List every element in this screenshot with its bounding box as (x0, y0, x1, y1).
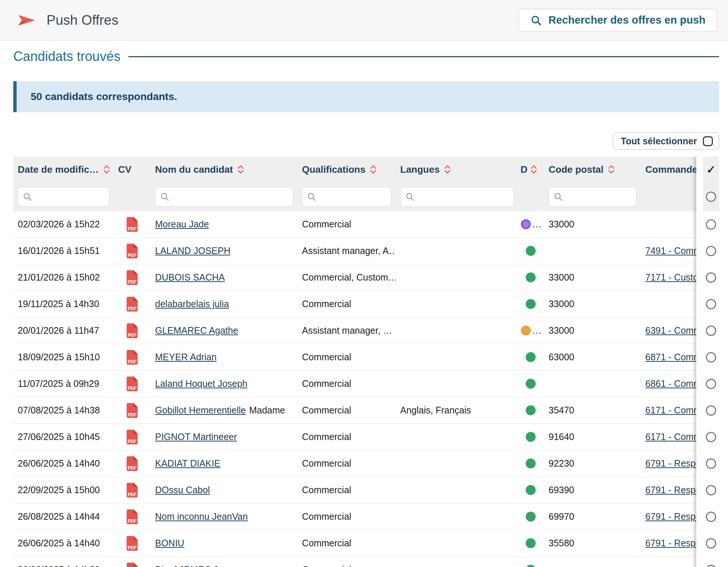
table-row: 02/03/2026 à 15h22 PDF Moreau Jade Comme… (13, 211, 719, 238)
cell-name: KADIAT DIAKIE (151, 450, 298, 477)
select-all-button[interactable]: Tout sélectionner (613, 132, 719, 150)
cell-availability (518, 504, 544, 530)
row-checkbox[interactable] (706, 326, 716, 336)
pdf-file-icon[interactable]: PDF (126, 535, 139, 551)
pdf-file-icon[interactable]: PDF (126, 376, 139, 392)
row-checkbox[interactable] (706, 538, 716, 549)
candidate-name-link[interactable]: Diouf JRMRS Jean (155, 564, 234, 567)
pdf-file-icon[interactable]: PDF (126, 562, 139, 567)
col-header-availability[interactable]: D (518, 157, 544, 182)
cell-select (703, 397, 719, 424)
vertical-scrollbar[interactable] (696, 157, 703, 567)
order-link[interactable]: 6791 - Respo (645, 538, 696, 549)
col-header-postal-code[interactable]: Code postal (544, 157, 641, 182)
row-checkbox[interactable] (706, 272, 716, 283)
svg-text:PDF: PDF (128, 226, 137, 231)
cell-languages (396, 530, 518, 557)
candidate-name-link[interactable]: GLEMAREC Agathe (155, 325, 238, 336)
candidate-name-link[interactable]: Laland Hoquet Joseph (155, 378, 247, 389)
cell-cv: PDF (114, 317, 151, 344)
search-offers-button[interactable]: Rechercher des offres en push (519, 9, 717, 32)
candidate-name-link[interactable]: MEYER Adrian (155, 352, 217, 362)
availability-status-dot (526, 565, 536, 567)
order-link[interactable]: 6171 - Comm (645, 432, 696, 442)
col-header-select: ✓ (703, 157, 719, 182)
order-link[interactable]: 7171 - Custo (645, 272, 696, 283)
col-header-name[interactable]: Nom du candidat (151, 157, 298, 182)
order-link[interactable]: 6871 - Comm (645, 352, 696, 362)
results-banner: 50 candidats correspondants. (13, 81, 719, 112)
cell-order: 6791 - Respo (641, 530, 696, 557)
pdf-file-icon[interactable]: PDF (126, 509, 139, 525)
date-filter-input[interactable] (35, 191, 104, 202)
cell-select (703, 291, 719, 317)
candidate-name-link[interactable]: Gobillot Hemerentielle (155, 405, 246, 416)
row-checkbox[interactable] (706, 299, 716, 309)
cell-select (703, 530, 719, 557)
row-checkbox[interactable] (706, 246, 716, 256)
pdf-file-icon[interactable]: PDF (126, 402, 139, 419)
pdf-file-icon[interactable]: PDF (126, 482, 139, 498)
languages-filter-input[interactable] (418, 191, 509, 202)
col-header-cv-label: CV (118, 164, 131, 175)
row-checkbox[interactable] (706, 565, 716, 567)
postal-code-filter-input[interactable] (566, 191, 632, 202)
order-link[interactable]: 6791 - Respo (645, 458, 696, 469)
postal-code-text: 35580 (549, 538, 574, 549)
order-link[interactable]: 6391 - Comm (645, 325, 696, 336)
row-checkbox[interactable] (706, 219, 716, 230)
candidate-name-link[interactable]: Nom inconnu JeanVan (155, 511, 248, 522)
pdf-file-icon[interactable]: PDF (126, 216, 139, 233)
candidate-name-link[interactable]: Moreau Jade (155, 219, 209, 230)
pdf-file-icon[interactable]: PDF (126, 269, 139, 286)
cell-order: 6791 - Respo (641, 504, 696, 530)
row-checkbox[interactable] (706, 485, 716, 495)
qualifications-filter-input[interactable] (319, 191, 387, 202)
col-header-qualifications[interactable]: Qualifications (298, 157, 396, 182)
cell-languages (396, 264, 518, 291)
candidate-name-link[interactable]: BONIU (155, 538, 184, 549)
cell-postal-code (544, 371, 641, 397)
col-header-date[interactable]: Date de modific… (13, 157, 114, 182)
qualifications-text: Commercial (302, 219, 351, 230)
cell-order (641, 291, 696, 317)
col-header-qualifications-label: Qualifications (302, 164, 365, 175)
pdf-file-icon[interactable]: PDF (126, 296, 139, 312)
pdf-file-icon[interactable]: PDF (126, 323, 139, 339)
row-checkbox[interactable] (706, 432, 716, 442)
cell-name: Moreau Jade (151, 211, 298, 238)
row-checkbox[interactable] (706, 352, 716, 362)
pdf-file-icon[interactable]: PDF (126, 429, 139, 445)
row-checkbox[interactable] (706, 405, 716, 416)
pdf-file-icon[interactable]: PDF (126, 349, 139, 365)
cell-select (703, 477, 719, 504)
row-checkbox[interactable] (706, 458, 716, 469)
candidate-name-link[interactable]: delabarbelais julia (155, 299, 229, 309)
cell-availability (518, 424, 544, 450)
cell-name: Laland Hoquet Joseph (151, 371, 298, 397)
order-link[interactable]: 7491 - Comm (645, 245, 696, 256)
candidate-name-link[interactable]: DOssu Cabol (155, 485, 210, 495)
order-link[interactable]: 6791 - Respo (645, 485, 696, 495)
pdf-file-icon[interactable]: PDF (126, 456, 139, 472)
cell-date: 26/06/2025 à 14h30 (13, 557, 114, 567)
candidate-name-link[interactable]: DUBOIS SACHA (155, 272, 225, 283)
pdf-file-icon[interactable]: PDF (126, 243, 139, 259)
cell-cv: PDF (114, 238, 151, 264)
row-checkbox[interactable] (706, 379, 716, 389)
col-header-languages[interactable]: Langues (396, 157, 518, 182)
cell-name: delabarbelais julia (151, 291, 298, 317)
candidate-name-link[interactable]: LALAND JOSEPH (155, 245, 230, 256)
name-filter-input[interactable] (172, 191, 288, 202)
cell-postal-code: 33000 (544, 317, 641, 344)
candidate-name-link[interactable]: PIGNOT Martineeer (155, 432, 237, 442)
table-row: 22/09/2025 à 15h00 PDF DOssu Cabol Comme… (13, 477, 719, 504)
order-link[interactable]: 6861 - Comm (645, 378, 696, 389)
languages-text: Anglais, Français (400, 405, 471, 416)
cell-availability (518, 450, 544, 477)
order-link[interactable]: 6791 - Respo (645, 511, 696, 522)
candidate-name-link[interactable]: KADIAT DIAKIE (155, 458, 220, 469)
header-row-checkbox[interactable] (706, 192, 716, 202)
order-link[interactable]: 6171 - Comm (645, 405, 696, 416)
row-checkbox[interactable] (706, 512, 716, 522)
